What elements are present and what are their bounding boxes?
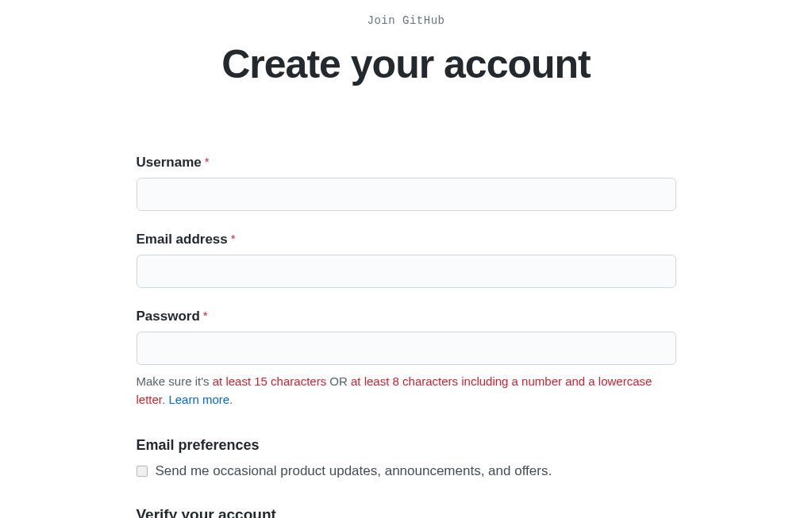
- username-group: Username*: [137, 155, 676, 211]
- email-updates-checkbox[interactable]: [137, 466, 148, 477]
- email-input[interactable]: [137, 255, 676, 288]
- username-label: Username*: [137, 155, 210, 169]
- required-asterisk: *: [231, 232, 236, 245]
- hint-prefix: Make sure it's: [137, 374, 213, 388]
- password-hint: Make sure it's at least 15 characters OR…: [137, 373, 676, 409]
- email-updates-label: Send me occasional product updates, anno…: [156, 463, 552, 479]
- password-label-text: Password: [137, 309, 200, 324]
- learn-more-link[interactable]: Learn more: [168, 393, 229, 406]
- hint-or: OR: [326, 374, 351, 388]
- password-input[interactable]: [137, 332, 676, 365]
- email-label-text: Email address: [137, 232, 228, 247]
- hint-rule-1: at least 15 characters: [213, 374, 326, 388]
- password-group: Password* Make sure it's at least 15 cha…: [137, 309, 676, 409]
- email-preferences-section: Email preferences Send me occasional pro…: [137, 437, 676, 479]
- email-preferences-heading: Email preferences: [137, 437, 676, 454]
- required-asterisk: *: [203, 309, 208, 322]
- password-label: Password*: [137, 309, 208, 323]
- hint-end: .: [229, 393, 233, 406]
- required-asterisk: *: [205, 155, 210, 168]
- verify-account-heading: Verify your account: [137, 506, 676, 518]
- email-group: Email address*: [137, 232, 676, 288]
- page-title: Create your account: [137, 41, 676, 87]
- username-input[interactable]: [137, 178, 676, 211]
- pre-title: Join GitHub: [137, 14, 676, 27]
- username-label-text: Username: [137, 155, 202, 171]
- email-preferences-row: Send me occasional product updates, anno…: [137, 463, 676, 479]
- email-label: Email address*: [137, 232, 236, 246]
